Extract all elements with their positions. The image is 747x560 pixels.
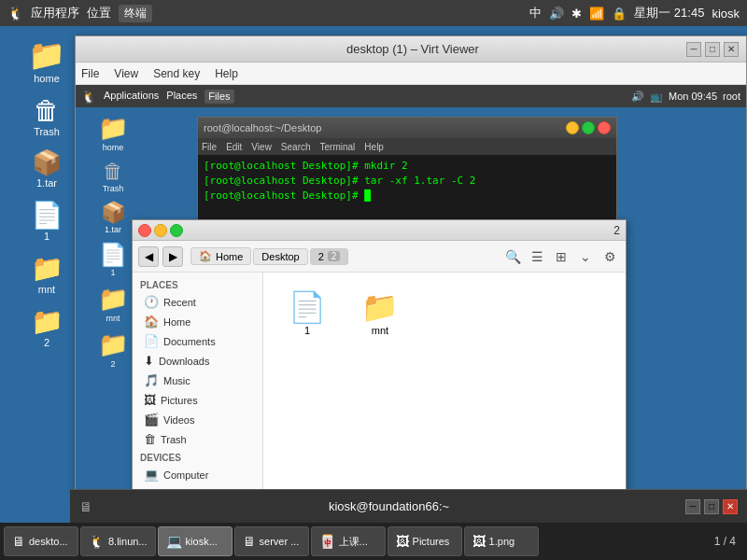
fm-file-1[interactable]: 📄 1 — [275, 284, 340, 342]
fm-sidebar-pictures[interactable]: 🖼 Pictures — [133, 390, 262, 410]
fm-title-text: 2 — [613, 224, 620, 237]
kiosk-restore-btn[interactable]: □ — [704, 499, 719, 514]
kiosk-task-icon: 💻 — [166, 534, 182, 549]
taskbar-kiosk-btn[interactable]: 💻 kiosk... — [158, 526, 233, 556]
desktop-icon-1[interactable]: 📄 1 — [9, 196, 84, 245]
inner-places[interactable]: Places — [166, 90, 197, 104]
desktop-icon-home[interactable]: 📁 home — [9, 34, 84, 88]
term-menu-search[interactable]: Search — [281, 142, 311, 152]
taskbar-server-btn[interactable]: 🖥 server ... — [234, 526, 309, 556]
terminal-close-btn[interactable] — [598, 121, 611, 134]
folder-mnt-fm-label: mnt — [372, 325, 388, 336]
inner-mnt-label: mnt — [106, 314, 120, 323]
terminal-label[interactable]: 终端 — [119, 5, 152, 22]
desktop-icon-mnt[interactable]: 📁 mnt — [9, 249, 84, 299]
inner-monitor-icon: 📺 — [650, 91, 663, 103]
kiosk-terminal-buttons: ─ □ ✕ — [685, 499, 738, 514]
linux-task-icon: 🐧 — [89, 534, 105, 549]
trash-sidebar-icon: 🗑 — [144, 432, 156, 446]
kiosk-minimize-btn[interactable]: ─ — [685, 499, 700, 514]
term-menu-terminal[interactable]: Terminal — [320, 142, 356, 152]
home-folder-icon: 📁 — [28, 37, 65, 73]
inner-icon-trash[interactable]: 🗑 Trash — [80, 157, 146, 196]
lock-icon: 🔒 — [612, 7, 627, 21]
home-sidebar-label: Home — [163, 316, 190, 328]
terminal-minimize-btn[interactable] — [566, 121, 579, 134]
fm-crumb-2[interactable]: 2 2 — [310, 248, 349, 265]
desktop-crumb-label: Desktop — [261, 251, 299, 262]
term-menu-view[interactable]: View — [251, 142, 272, 152]
virt-minimize-btn[interactable]: ─ — [686, 42, 701, 57]
inner-applications[interactable]: Applications — [104, 90, 159, 104]
fm-crumb-home[interactable]: 🏠 Home — [190, 247, 251, 265]
fm-settings-btn[interactable]: ⚙ — [599, 246, 620, 267]
inner-home-icon: 📁 — [98, 114, 128, 143]
music-label: Music — [163, 375, 190, 386]
inner-files[interactable]: Files — [204, 90, 233, 104]
virt-maximize-btn[interactable]: □ — [705, 42, 720, 57]
virt-menu-help[interactable]: Help — [215, 67, 238, 80]
taskbar-linux-btn[interactable]: 🐧 8.linun... — [80, 526, 156, 556]
fm-folder-mnt[interactable]: 📁 mnt — [347, 284, 413, 342]
fm-maximize-btn[interactable] — [170, 224, 183, 237]
fm-sidebar-downloads[interactable]: ⬇ Downloads — [133, 351, 262, 371]
term-menu-help[interactable]: Help — [364, 142, 384, 152]
fm-sidebar-music[interactable]: 🎵 Music — [133, 371, 262, 390]
terminal-title-bar: root@localhost:~/Desktop — [198, 118, 616, 138]
virt-menu-file[interactable]: File — [81, 67, 99, 80]
fm-sidebar-home[interactable]: 🏠 Home — [133, 312, 262, 331]
fm-sidebar-videos[interactable]: 🎬 Videos — [133, 410, 262, 429]
fm-close-btn[interactable] — [138, 224, 151, 237]
fm-window-buttons — [138, 224, 183, 237]
server-task-icon: 🖥 — [243, 534, 256, 549]
fm-toolbar: ◀ ▶ 🏠 Home Desktop 2 — [133, 241, 626, 273]
desktop-icon-2[interactable]: 📁 2 — [9, 302, 84, 352]
fm-minimize-btn[interactable] — [154, 224, 167, 237]
kiosk-terminal-bar: 🖥 kiosk@foundation66:~ ─ □ ✕ — [70, 489, 747, 523]
taskbar-1png-btn[interactable]: 🖼 1.png — [464, 526, 539, 556]
file-1-fm-label: 1 — [304, 325, 310, 336]
folder-2-icon: 📁 — [31, 306, 63, 337]
term-menu-edit[interactable]: Edit — [226, 142, 242, 152]
tar-icon-label: 1.tar — [36, 177, 57, 189]
fm-grid-view-btn[interactable]: ⊞ — [551, 246, 571, 267]
mnt-label: mnt — [38, 284, 55, 295]
class-task-label: 上课... — [339, 535, 368, 549]
fm-sidebar-trash[interactable]: 🗑 Trash — [133, 429, 262, 449]
inner-icon-home[interactable]: 📁 home — [80, 111, 146, 155]
fm-search-btn[interactable]: 🔍 — [502, 246, 523, 267]
desktop-icon-trash[interactable]: 🗑 Trash — [9, 91, 84, 141]
taskbar-desktop-btn[interactable]: 🖥 deskto... — [4, 526, 78, 556]
fm-sidebar-computer[interactable]: 💻 Computer — [133, 465, 262, 484]
fm-places-title: Places — [133, 276, 262, 292]
fm-crumb-desktop[interactable]: Desktop — [253, 248, 307, 265]
inner-time: Mon 09:45 — [669, 91, 717, 103]
fm-back-btn[interactable]: ◀ — [138, 246, 159, 267]
fm-sort-btn[interactable]: ⌄ — [575, 246, 596, 267]
crumb-badge: 2 — [328, 251, 341, 261]
desktop-icon-1tar[interactable]: 📦 1.tar — [9, 145, 84, 192]
folder-mnt-fm-icon: 📁 — [361, 289, 399, 325]
kiosk-close-btn[interactable]: ✕ — [723, 499, 738, 514]
taskbar-pictures-btn[interactable]: 🖼 Pictures — [388, 526, 462, 556]
inner-trash-icon: 🗑 — [103, 160, 123, 184]
fm-sidebar-recent[interactable]: 🕐 Recent — [133, 292, 262, 312]
fm-toolbar-right: 🔍 ☰ ⊞ ⌄ ⚙ — [502, 246, 620, 267]
virt-menu-bar: File View Send key Help — [76, 63, 746, 85]
virt-menu-sendkey[interactable]: Send key — [153, 67, 200, 80]
terminal-maximize-btn[interactable] — [582, 121, 595, 134]
virt-menu-view[interactable]: View — [114, 67, 138, 80]
app-menu[interactable]: 应用程序 — [31, 5, 79, 21]
fm-sidebar-documents[interactable]: 📄 Documents — [133, 331, 262, 351]
term-menu-file[interactable]: File — [202, 142, 217, 152]
taskbar-class-btn[interactable]: 🀄 上课... — [311, 526, 386, 556]
fm-forward-btn[interactable]: ▶ — [162, 246, 183, 267]
places-menu[interactable]: 位置 — [87, 5, 111, 21]
inner-gnome-right: 🔊 📺 Mon 09:45 root — [631, 91, 740, 103]
terminal-win-buttons — [566, 121, 611, 134]
virt-close-btn[interactable]: ✕ — [724, 42, 739, 57]
virt-content: 🐧 Applications Places Files 🔊 📺 Mon 09:4… — [76, 85, 746, 492]
fm-devices-title: Devices — [133, 449, 262, 465]
virt-window-buttons: ─ □ ✕ — [686, 42, 739, 57]
fm-list-view-btn[interactable]: ☰ — [527, 246, 547, 267]
